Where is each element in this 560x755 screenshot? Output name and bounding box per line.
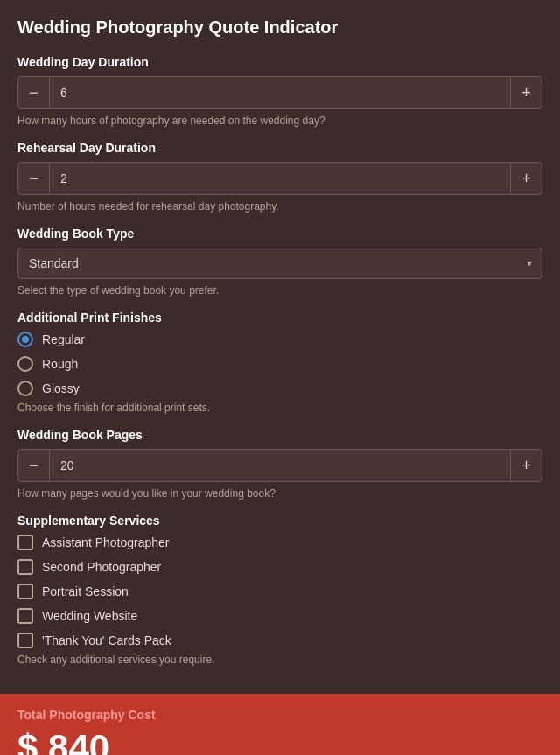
total-label: Total Photography Cost	[18, 708, 542, 722]
additional-print-finishes-section: Additional Print Finishes Regular Rough …	[18, 311, 542, 414]
wedding-book-type-select-container: Standard Premium Deluxe Basic ▾	[18, 248, 542, 279]
checkbox-label-portrait-session: Portrait Session	[42, 584, 129, 598]
print-finishes-radio-group: Regular Rough Glossy	[18, 332, 542, 396]
checkbox-thank-you-cards[interactable]	[18, 633, 33, 648]
radio-label-regular: Regular	[42, 332, 85, 346]
checkbox-portrait-session[interactable]	[18, 584, 33, 599]
wedding-day-duration-decrement[interactable]: −	[18, 77, 50, 108]
rehearsal-day-duration-increment[interactable]: +	[510, 163, 542, 194]
checkbox-label-thank-you-cards: 'Thank You' Cards Pack	[42, 633, 172, 647]
checkbox-item-portrait-session[interactable]: Portrait Session	[18, 584, 542, 599]
checkbox-item-assistant-photographer[interactable]: Assistant Photographer	[18, 535, 542, 550]
total-amount: $ 840	[18, 727, 542, 755]
rehearsal-day-duration-hint: Number of hours needed for rehearsal day…	[18, 200, 542, 213]
page-title: Wedding Photography Quote Indicator	[18, 17, 542, 38]
checkbox-assistant-photographer[interactable]	[18, 535, 33, 550]
wedding-book-type-label: Wedding Book Type	[18, 227, 542, 241]
checkbox-label-second-photographer: Second Photographer	[42, 560, 161, 574]
wedding-day-duration-hint: How many hours of photography are needed…	[18, 115, 542, 127]
supplementary-services-group: Assistant Photographer Second Photograph…	[18, 535, 542, 648]
wedding-day-duration-input[interactable]	[50, 77, 510, 108]
wedding-book-pages-hint: How many pages would you like in your we…	[18, 487, 542, 500]
checkbox-second-photographer[interactable]	[18, 559, 33, 575]
checkbox-label-assistant-photographer: Assistant Photographer	[42, 535, 170, 549]
wedding-book-type-section: Wedding Book Type Standard Premium Delux…	[18, 227, 542, 297]
wedding-day-duration-increment[interactable]: +	[510, 77, 542, 108]
rehearsal-day-duration-input[interactable]	[50, 163, 510, 194]
rehearsal-day-duration-stepper: − +	[18, 162, 542, 195]
wedding-day-duration-stepper: − +	[18, 76, 542, 109]
wedding-book-pages-increment[interactable]: +	[510, 450, 542, 481]
wedding-book-pages-decrement[interactable]: −	[18, 450, 50, 481]
checkbox-wedding-website[interactable]	[18, 608, 33, 624]
checkbox-item-wedding-website[interactable]: Wedding Website	[18, 608, 542, 624]
wedding-day-duration-section: Wedding Day Duration − + How many hours …	[18, 55, 542, 127]
rehearsal-day-duration-section: Rehearsal Day Duration − + Number of hou…	[18, 141, 542, 213]
checkbox-item-second-photographer[interactable]: Second Photographer	[18, 559, 542, 575]
main-content: Wedding Photography Quote Indicator Wedd…	[0, 0, 560, 680]
checkbox-item-thank-you-cards[interactable]: 'Thank You' Cards Pack	[18, 633, 542, 648]
radio-label-rough: Rough	[42, 357, 78, 371]
additional-print-finishes-hint: Choose the finish for additional print s…	[18, 402, 542, 414]
wedding-book-pages-label: Wedding Book Pages	[18, 428, 542, 442]
total-section: Total Photography Cost $ 840 Based on th…	[0, 694, 560, 755]
additional-print-finishes-label: Additional Print Finishes	[18, 311, 542, 325]
supplementary-services-hint: Check any additional services you requir…	[18, 654, 542, 666]
rehearsal-day-duration-label: Rehearsal Day Duration	[18, 141, 542, 155]
radio-rough[interactable]	[18, 356, 33, 372]
radio-glossy[interactable]	[18, 381, 33, 396]
wedding-book-pages-input[interactable]	[50, 450, 510, 481]
rehearsal-day-duration-decrement[interactable]: −	[18, 163, 50, 194]
total-currency: $	[18, 727, 38, 755]
wedding-day-duration-label: Wedding Day Duration	[18, 55, 542, 69]
radio-item-rough[interactable]: Rough	[18, 356, 542, 372]
wedding-book-type-hint: Select the type of wedding book you pref…	[18, 284, 542, 297]
supplementary-services-label: Supplementary Services	[18, 514, 542, 528]
wedding-book-pages-stepper: − +	[18, 449, 542, 482]
radio-label-glossy: Glossy	[42, 381, 80, 395]
radio-item-regular[interactable]: Regular	[18, 332, 542, 347]
app-container: Wedding Photography Quote Indicator Wedd…	[0, 0, 560, 755]
checkbox-label-wedding-website: Wedding Website	[42, 609, 137, 623]
radio-regular[interactable]	[18, 332, 33, 347]
radio-item-glossy[interactable]: Glossy	[18, 381, 542, 396]
wedding-book-type-select[interactable]: Standard Premium Deluxe Basic	[18, 248, 542, 279]
total-value: 840	[48, 727, 109, 755]
supplementary-services-section: Supplementary Services Assistant Photogr…	[18, 514, 542, 666]
wedding-book-pages-section: Wedding Book Pages − + How many pages wo…	[18, 428, 542, 500]
